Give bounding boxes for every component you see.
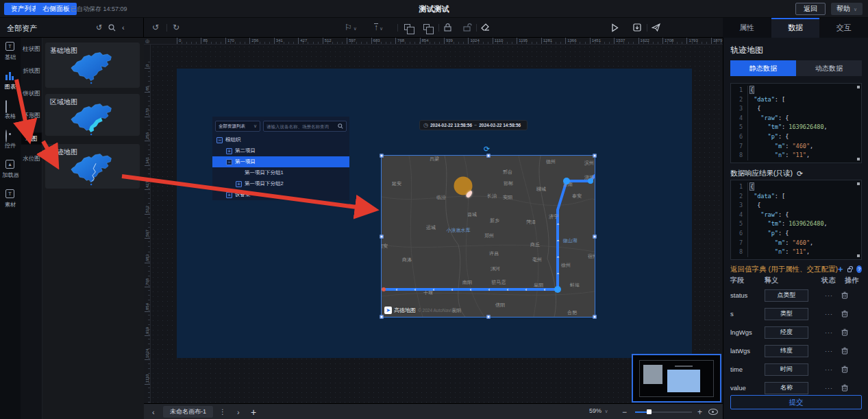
category-item-素材[interactable]: T素材 [0,185,21,215]
category-item-控件[interactable]: 控件 [0,126,21,156]
history-icon[interactable]: ↺ [96,23,102,32]
resource-filter-dropdown[interactable]: 全部资源列表 ∨ [215,121,260,132]
data-mode-静态数据[interactable]: 静态数据 [730,60,796,76]
category-item-基础[interactable]: T基础 [0,38,21,67]
save-icon[interactable] [633,23,641,32]
status-dots[interactable]: ··· [817,385,841,392]
lock-fields-icon[interactable] [847,268,852,272]
subcategory-item-折线图[interactable]: 折线图 [21,64,42,76]
minimap[interactable] [632,354,721,403]
meaning-input[interactable]: 名称 [765,382,808,394]
delete-field-icon[interactable] [841,384,862,392]
delete-field-icon[interactable] [841,291,862,299]
refresh-icon[interactable]: ⟳ [797,169,803,178]
asset-card-轨迹地图[interactable]: 轨迹地图 [45,144,140,189]
publish-icon[interactable] [652,23,660,32]
next-page-button[interactable]: › [237,404,240,419]
add-page-button[interactable]: + [251,404,256,419]
response-result-editor[interactable]: 1{2 "data": [3 {4 "raw": {5 "tm": 163962… [730,180,862,260]
expand-box-icon[interactable]: + [226,148,232,154]
subcategory-item-地图[interactable]: 地图 [21,132,42,144]
delete-field-icon[interactable] [841,366,862,373]
canvas-stage[interactable]: 全部资源列表 ∨ −根组织+第二项目−第一项目第一项目下分组1+第一项目下分组2… [151,45,723,403]
expand-box-icon[interactable]: + [226,192,232,198]
subcategory-item-环形图[interactable]: 环形图 [21,109,42,121]
redo-icon[interactable]: ↻ [173,23,179,32]
page-more-icon[interactable]: ⋮ [219,404,226,419]
group-icon[interactable] [404,24,410,30]
device-search-input[interactable] [266,124,338,129]
category-item-图表[interactable]: 图表 [0,67,21,97]
zoom-out-button[interactable]: − [622,404,627,419]
prev-page-button[interactable]: ‹ [152,404,155,419]
help-button[interactable]: 帮助 ∨ [831,3,863,15]
preview-eye-icon[interactable] [708,404,718,419]
tree-item-第二项目[interactable]: +第二项目 [212,145,349,156]
collapse-box-icon[interactable]: − [216,137,223,143]
asset-card-基础地图[interactable]: 基础地图 [45,43,140,88]
tree-item-第一项目[interactable]: −第一项目 [212,156,349,167]
collapse-icon[interactable]: ‹ [122,23,125,32]
date-range-picker[interactable]: ◷ 2024-02-22 13:58:56 ~ 2024-02-22 14:58… [419,120,528,130]
collapse-box-icon[interactable]: − [226,159,232,165]
category-item-表格[interactable]: 表格 [0,97,21,126]
selection-handle[interactable] [593,235,597,238]
status-dots[interactable]: ··· [817,348,841,355]
subcategory-item-水位图[interactable]: 水位图 [21,152,42,164]
asset-card-区域地图[interactable]: 区域地图 [45,94,140,136]
meaning-input[interactable]: 类型 [765,308,808,320]
selection-handle[interactable] [486,154,490,158]
play-icon[interactable] [611,23,619,32]
tab-数据[interactable]: 数据 [771,18,820,38]
search-icon[interactable] [108,24,116,32]
meaning-input[interactable]: 经度 [765,326,808,339]
search-icon[interactable] [338,123,343,129]
status-dots[interactable]: ··· [817,292,841,299]
selection-handle[interactable] [593,315,597,319]
duplicate-icon[interactable] [423,24,430,30]
status-dots[interactable]: ··· [817,311,841,318]
zoom-slider[interactable] [635,411,692,413]
selection-handle[interactable] [380,154,384,158]
status-dots[interactable]: ··· [817,329,841,336]
zoom-level-select[interactable]: 59% ∨ [589,407,608,414]
back-button[interactable]: 返回 [795,3,826,15]
subcategory-item-柱状图[interactable]: 柱状图 [21,43,42,54]
delete-field-icon[interactable] [841,310,862,318]
tree-item-第一项目下分组2[interactable]: +第一项目下分组2 [212,178,349,189]
meaning-input[interactable]: 时间 [765,363,808,376]
tree-item-根组织[interactable]: −根组织 [212,134,349,145]
delete-field-icon[interactable] [841,328,862,336]
selection-handle[interactable] [380,315,384,319]
tree-item-第一项目下分组1[interactable]: 第一项目下分组1 [212,167,349,178]
static-data-editor[interactable]: 1{2 "data": [3 {4 "raw": {5 "tm": 163962… [730,83,862,163]
delete-field-icon[interactable] [841,347,862,355]
expand-box-icon[interactable]: + [236,181,242,187]
ruler-eye-icon[interactable]: ◎ [144,38,151,45]
meaning-input[interactable]: 点类型 [765,289,808,302]
selection-handle[interactable] [486,315,490,319]
submit-button[interactable]: 提交 [730,395,862,409]
zoom-slider-handle[interactable] [647,409,652,414]
align-top-icon[interactable]: ↑∨ [374,23,383,34]
flag-icon[interactable]: ⚐∨ [345,23,357,34]
status-dots[interactable]: ··· [817,366,841,373]
tree-item-设备集[interactable]: +设备集 [212,189,349,200]
unlock-icon[interactable] [463,23,472,32]
data-mode-动态数据[interactable]: 动态数据 [796,60,862,76]
meaning-input[interactable]: 纬度 [765,345,808,357]
tab-交互[interactable]: 交互 [819,18,868,38]
category-item-加载器[interactable]: ▴加载器 [0,156,21,185]
selection-handle[interactable] [593,154,597,158]
subcategory-item-饼状图[interactable]: 饼状图 [21,87,42,99]
add-field-icon[interactable]: + [838,264,843,274]
selection-handle[interactable] [380,235,384,238]
zoom-in-button[interactable]: + [697,404,702,419]
lock-icon[interactable] [444,23,451,32]
track-map-component[interactable]: 吕梁延安临汾长治邢台邯郸聊城德州滨州淄博济南泰安安阳晋城新乡菏泽济宁运城郑州商丘… [382,156,595,317]
help-circle-icon[interactable]: ? [856,265,862,273]
undo-icon[interactable]: ↺ [152,23,159,32]
eraser-icon[interactable] [481,23,490,32]
tab-属性[interactable]: 属性 [723,18,771,38]
canvas-page-tab[interactable]: 未命名画布-1 [163,406,213,418]
